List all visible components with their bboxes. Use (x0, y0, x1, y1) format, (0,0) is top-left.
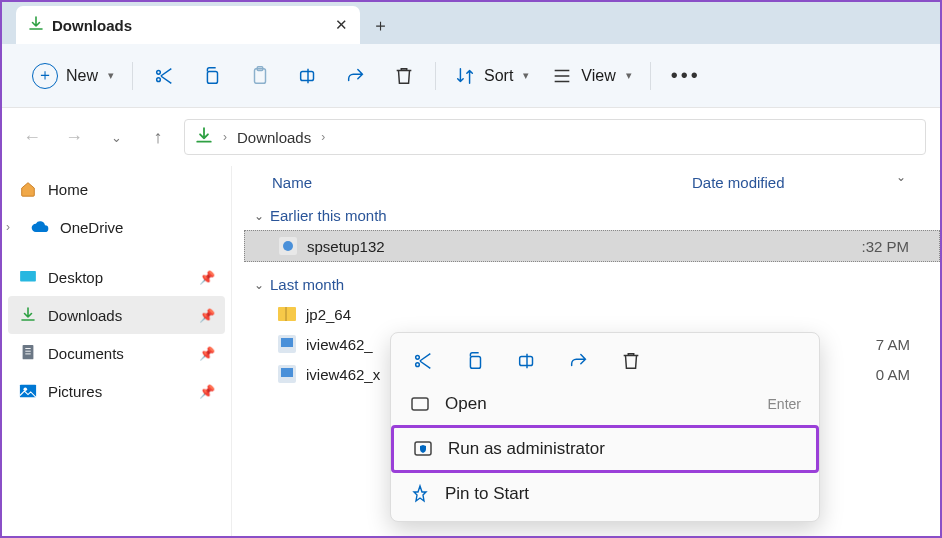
sidebar-item-onedrive[interactable]: › OneDrive (8, 208, 225, 246)
svg-rect-16 (520, 356, 533, 365)
download-icon (18, 305, 38, 325)
group-label: Earlier this month (270, 207, 387, 224)
breadcrumb[interactable]: › Downloads › (184, 119, 926, 155)
svg-point-7 (24, 387, 28, 391)
sidebar-item-pictures[interactable]: Pictures 📌 (8, 372, 225, 410)
sidebar-item-documents[interactable]: Documents 📌 (8, 334, 225, 372)
titlebar: Downloads ✕ ＋ (2, 2, 940, 44)
svg-rect-14 (281, 368, 293, 377)
pin-icon: 📌 (199, 346, 215, 361)
back-button[interactable]: ← (16, 121, 48, 153)
installer-icon (278, 365, 296, 383)
download-icon (195, 127, 213, 148)
sidebar-quick-access: Desktop 📌 Downloads 📌 Documents 📌 Pictur… (8, 258, 225, 410)
sidebar-label: Documents (48, 345, 124, 362)
view-icon (551, 65, 573, 87)
close-icon[interactable]: ✕ (335, 16, 348, 34)
file-row[interactable]: jp2_64 (244, 299, 940, 329)
group-header[interactable]: ⌄ Last month (244, 270, 940, 299)
rename-button[interactable] (513, 347, 541, 375)
context-open[interactable]: Open Enter (391, 383, 819, 425)
context-label: Open (445, 394, 487, 414)
pin-icon: 📌 (199, 308, 215, 323)
context-label: Run as administrator (448, 439, 605, 459)
file-name: spsetup132 (307, 238, 687, 255)
open-icon (409, 393, 431, 415)
group-earlier: ⌄ Earlier this month spsetup132 :32 PM (232, 197, 940, 266)
copy-button[interactable] (189, 59, 235, 93)
svg-rect-12 (281, 338, 293, 347)
context-pin-start[interactable]: Pin to Start (391, 473, 819, 515)
more-icon: ••• (671, 64, 701, 87)
paste-button[interactable] (237, 59, 283, 93)
installer-icon (278, 335, 296, 353)
share-button[interactable] (565, 347, 593, 375)
more-button[interactable]: ••• (659, 58, 713, 93)
cloud-icon (30, 217, 50, 237)
svg-rect-0 (207, 71, 217, 83)
file-name: jp2_64 (306, 306, 686, 323)
document-icon (18, 343, 38, 363)
sidebar-label: OneDrive (60, 219, 123, 236)
archive-icon (278, 305, 296, 323)
svg-rect-5 (23, 345, 34, 359)
column-date[interactable]: Date modified ⌄ (692, 174, 926, 191)
cut-button[interactable] (409, 347, 437, 375)
file-date: 0 AM (876, 366, 910, 383)
chevron-down-icon: ▾ (523, 69, 529, 82)
sort-icon (454, 65, 476, 87)
sidebar: Home › OneDrive Desktop 📌 Downloads 📌 Do… (2, 166, 232, 538)
tab-title: Downloads (52, 17, 132, 34)
svg-rect-17 (412, 398, 428, 410)
view-label: View (581, 67, 615, 85)
download-icon (28, 16, 44, 35)
sidebar-label: Desktop (48, 269, 103, 286)
view-button[interactable]: View ▾ (541, 59, 641, 93)
cut-button[interactable] (141, 59, 187, 93)
column-name[interactable]: Name (272, 174, 692, 191)
tab-downloads[interactable]: Downloads ✕ (16, 6, 360, 44)
chevron-right-icon[interactable]: › (6, 220, 10, 234)
new-button[interactable]: ＋ New ▾ (22, 57, 124, 95)
sidebar-item-desktop[interactable]: Desktop 📌 (8, 258, 225, 296)
svg-rect-4 (20, 271, 36, 282)
pin-icon: 📌 (199, 384, 215, 399)
rename-button[interactable] (285, 59, 331, 93)
toolbar: ＋ New ▾ Sort ▾ View ▾ ••• (2, 44, 940, 108)
sort-button[interactable]: Sort ▾ (444, 59, 539, 93)
sidebar-label: Downloads (48, 307, 122, 324)
svg-rect-15 (470, 356, 480, 368)
context-label: Pin to Start (445, 484, 529, 504)
copy-button[interactable] (461, 347, 489, 375)
svg-rect-3 (301, 71, 314, 80)
chevron-right-icon: › (321, 130, 325, 144)
context-run-as-admin[interactable]: Run as administrator (391, 425, 819, 473)
sidebar-label: Pictures (48, 383, 102, 400)
new-tab-button[interactable]: ＋ (360, 6, 400, 44)
context-quick-actions (391, 339, 819, 383)
group-header[interactable]: ⌄ Earlier this month (244, 201, 940, 230)
separator (435, 62, 436, 90)
delete-button[interactable] (617, 347, 645, 375)
pin-icon (409, 483, 431, 505)
share-button[interactable] (333, 59, 379, 93)
delete-button[interactable] (381, 59, 427, 93)
file-date: :32 PM (861, 238, 909, 255)
home-icon (18, 179, 38, 199)
sidebar-label: Home (48, 181, 88, 198)
file-row[interactable]: spsetup132 :32 PM (244, 230, 940, 262)
sidebar-item-home[interactable]: Home (8, 170, 225, 208)
context-hint: Enter (768, 396, 801, 412)
recent-button[interactable]: ⌄ (100, 121, 132, 153)
chevron-down-icon: ▾ (626, 69, 632, 82)
separator (132, 62, 133, 90)
forward-button[interactable]: → (58, 121, 90, 153)
chevron-down-icon: ⌄ (254, 278, 264, 292)
plus-circle-icon: ＋ (32, 63, 58, 89)
svg-point-9 (283, 241, 293, 251)
breadcrumb-item[interactable]: Downloads (237, 129, 311, 146)
pictures-icon (18, 381, 38, 401)
up-button[interactable]: ↑ (142, 121, 174, 153)
sidebar-item-downloads[interactable]: Downloads 📌 (8, 296, 225, 334)
sort-label: Sort (484, 67, 513, 85)
